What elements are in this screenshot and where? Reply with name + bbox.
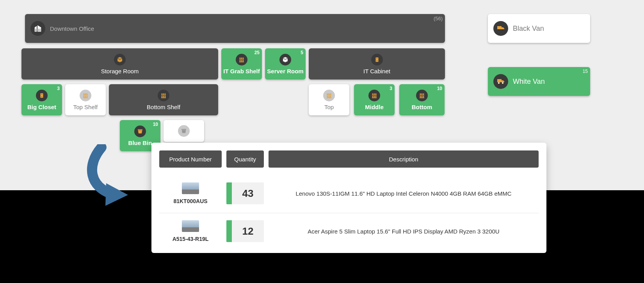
quantity-value: 12: [232, 220, 264, 242]
product-table-panel: Product Number Quantity Description 81KT…: [151, 143, 546, 253]
column-header-product-number[interactable]: Product Number: [159, 150, 222, 168]
table-row[interactable]: 81KT000AUS 43 Lenovo 130S-11IGM 11.6" HD…: [159, 175, 539, 213]
building-icon: [30, 21, 45, 36]
truck-icon: [493, 21, 508, 36]
svg-rect-8: [41, 94, 42, 94]
bin-icon: [178, 125, 190, 137]
location-count: 5: [301, 50, 303, 55]
shelf-icon: [158, 90, 169, 101]
location-label: Bottom: [412, 104, 432, 110]
location-label: Big Closet: [27, 104, 56, 110]
svg-point-2: [498, 82, 500, 84]
location-it-grab-shelf[interactable]: IT Grab Shelf 25: [221, 48, 262, 80]
vehicle-count: 15: [583, 69, 588, 74]
svg-rect-5: [376, 58, 377, 58]
location-bottom[interactable]: Bottom 10: [399, 84, 445, 115]
cell-description: Acer Aspire 5 Slim Laptop 15.6" Full HD …: [269, 220, 539, 242]
cell-description: Lenovo 130S-11IGM 11.6" HD Laptop Intel …: [269, 182, 539, 204]
product-thumbnail-icon: [182, 182, 199, 194]
location-label: Bottom Shelf: [147, 104, 180, 110]
location-top-shelf[interactable]: Top Shelf: [65, 84, 106, 115]
location-count: 3: [57, 86, 60, 91]
box-open-icon: [279, 54, 291, 65]
column-header-description[interactable]: Description: [269, 150, 539, 168]
product-number-text: 81KT000AUS: [173, 198, 207, 204]
svg-rect-7: [41, 93, 43, 98]
location-server-room[interactable]: Server Room 5: [265, 48, 306, 80]
location-label: Top: [324, 104, 334, 110]
location-it-cabinet[interactable]: IT Cabinet: [309, 48, 445, 80]
location-big-closet[interactable]: Big Closet 3: [21, 84, 62, 115]
location-count: 10: [437, 86, 442, 91]
location-storage-room[interactable]: Storage Room: [21, 48, 218, 80]
cell-quantity: 43: [226, 182, 264, 204]
vehicle-white-van[interactable]: White Van 15: [488, 67, 590, 96]
vehicle-label: White Van: [513, 78, 545, 86]
shelf-icon: [416, 90, 428, 101]
svg-point-3: [502, 82, 503, 84]
box-open-icon: [114, 54, 126, 65]
svg-rect-4: [375, 57, 378, 62]
location-label: IT Grab Shelf: [223, 68, 260, 74]
cabinet-icon: [371, 54, 383, 65]
truck-icon: [493, 74, 508, 89]
cell-product-number: A515-43-R19L: [159, 220, 222, 242]
location-label: IT Cabinet: [363, 68, 390, 74]
location-top[interactable]: Top: [309, 84, 349, 115]
quantity-value: 43: [232, 182, 264, 204]
cell-quantity: 12: [226, 220, 264, 242]
location-label: Middle: [365, 104, 384, 110]
location-count: (56): [434, 16, 443, 21]
location-label: Top Shelf: [73, 104, 98, 110]
location-count: 10: [153, 122, 158, 127]
bin-icon: [134, 126, 146, 137]
svg-rect-9: [41, 96, 42, 97]
svg-rect-6: [376, 60, 377, 61]
svg-point-1: [502, 29, 503, 31]
vehicle-black-van[interactable]: Black Van: [488, 14, 590, 43]
location-empty-bin[interactable]: [164, 120, 204, 142]
column-header-quantity[interactable]: Quantity: [226, 150, 264, 168]
location-label: Storage Room: [101, 68, 139, 74]
svg-point-0: [498, 29, 500, 31]
location-label: Server Room: [267, 68, 303, 74]
product-number-text: A515-43-R19L: [173, 236, 209, 242]
location-count: 25: [254, 50, 260, 55]
table-header-row: Product Number Quantity Description: [159, 150, 539, 168]
location-downtown-office[interactable]: Downtown Office (56): [25, 14, 445, 43]
shelf-icon: [323, 90, 335, 101]
pointer-arrow-icon: [82, 144, 137, 207]
shelf-icon: [368, 90, 380, 101]
shelf-icon: [80, 90, 91, 101]
location-title: Downtown Office: [50, 25, 94, 32]
location-bottom-shelf[interactable]: Bottom Shelf: [109, 84, 218, 115]
quantity-status-bar: [226, 220, 232, 242]
product-thumbnail-icon: [182, 220, 199, 232]
table-row[interactable]: A515-43-R19L 12 Acer Aspire 5 Slim Lapto…: [159, 213, 539, 245]
quantity-status-bar: [226, 182, 232, 204]
location-middle[interactable]: Middle 3: [354, 84, 395, 115]
shelf-icon: [236, 54, 247, 65]
cabinet-icon: [36, 90, 48, 101]
vehicle-label: Black Van: [513, 25, 544, 33]
location-count: 3: [390, 86, 392, 91]
cell-product-number: 81KT000AUS: [159, 182, 222, 204]
